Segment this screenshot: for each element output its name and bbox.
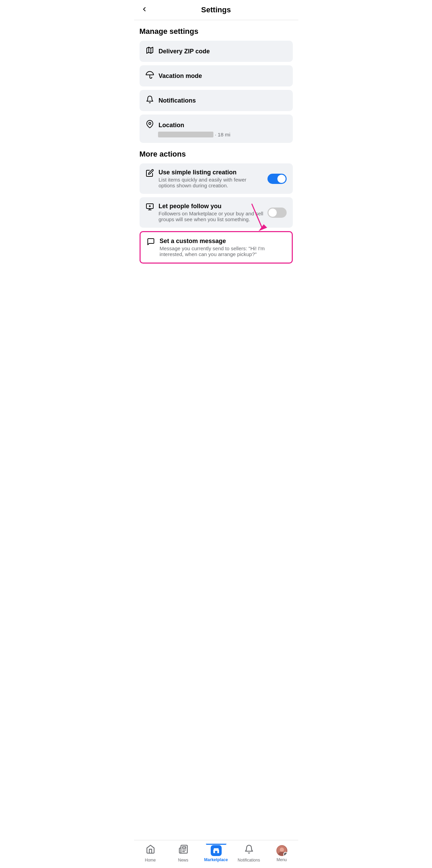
bell-icon	[146, 95, 154, 106]
umbrella-icon	[146, 71, 154, 81]
settings-header: Settings	[134, 0, 298, 20]
svg-point-14	[279, 847, 284, 852]
more-actions-section: More actions Use simple listing creation…	[140, 150, 293, 264]
svg-marker-0	[147, 47, 153, 53]
bottom-nav: Home News Marketplace	[134, 840, 298, 868]
follow-icon	[146, 203, 154, 213]
marketplace-icon	[211, 845, 222, 856]
nav-label-news: News	[178, 858, 188, 863]
nav-label-notifications: Notifications	[238, 858, 260, 863]
simple-listing-label: Use simple listing creation	[159, 169, 263, 176]
map-icon	[146, 46, 154, 56]
custom-message-label: Set a custom message	[160, 238, 286, 245]
nav-item-marketplace[interactable]: Marketplace	[200, 844, 233, 864]
active-indicator	[206, 844, 226, 845]
manage-settings-title: Manage settings	[140, 27, 293, 36]
location-item[interactable]: Location · 18 mi	[140, 115, 293, 143]
annotation-container: Set a custom message Message you current…	[140, 231, 293, 264]
more-actions-title: More actions	[140, 150, 293, 159]
svg-rect-12	[215, 851, 217, 853]
notifications-item[interactable]: Notifications	[140, 90, 293, 111]
nav-item-home[interactable]: Home	[134, 843, 167, 864]
notifications-nav-icon	[244, 844, 254, 856]
vacation-mode-label: Vacation mode	[159, 72, 202, 80]
manage-settings-section: Manage settings Delivery ZIP code Vacati…	[140, 27, 293, 143]
menu-badge	[283, 852, 287, 856]
home-icon	[146, 844, 155, 856]
location-icon	[146, 120, 154, 130]
svg-line-9	[252, 204, 262, 228]
nav-label-marketplace: Marketplace	[204, 857, 228, 862]
notifications-label: Notifications	[159, 97, 196, 104]
edit-icon	[146, 169, 154, 179]
chat-icon	[147, 238, 155, 248]
delivery-zip-label: Delivery ZIP code	[159, 48, 210, 55]
nav-label-home: Home	[145, 858, 156, 863]
back-button[interactable]	[140, 4, 149, 16]
custom-message-item[interactable]: Set a custom message Message you current…	[140, 231, 293, 264]
delivery-zip-item[interactable]: Delivery ZIP code	[140, 41, 293, 62]
nav-label-menu: Menu	[276, 857, 287, 862]
location-label: Location	[159, 122, 184, 129]
main-content: Manage settings Delivery ZIP code Vacati…	[134, 20, 298, 868]
simple-listing-description: List items quickly and easily with fewer…	[159, 177, 263, 188]
custom-message-description: Message you currently send to sellers: "…	[160, 245, 286, 257]
nav-item-menu[interactable]: Menu	[265, 844, 298, 864]
svg-point-3	[149, 122, 151, 124]
location-blurred	[158, 132, 214, 137]
nav-item-notifications[interactable]: Notifications	[233, 843, 265, 864]
simple-listing-item[interactable]: Use simple listing creation List items q…	[140, 163, 293, 194]
simple-listing-toggle[interactable]	[267, 174, 287, 184]
page-title: Settings	[201, 5, 231, 14]
nav-item-news[interactable]: News	[167, 843, 200, 864]
avatar	[276, 845, 287, 856]
annotation-arrow	[245, 200, 272, 235]
location-distance: · 18 mi	[215, 132, 230, 137]
svg-marker-10	[259, 224, 267, 231]
news-icon	[179, 844, 188, 856]
vacation-mode-item[interactable]: Vacation mode	[140, 65, 293, 86]
location-sublabel: · 18 mi	[158, 132, 287, 137]
